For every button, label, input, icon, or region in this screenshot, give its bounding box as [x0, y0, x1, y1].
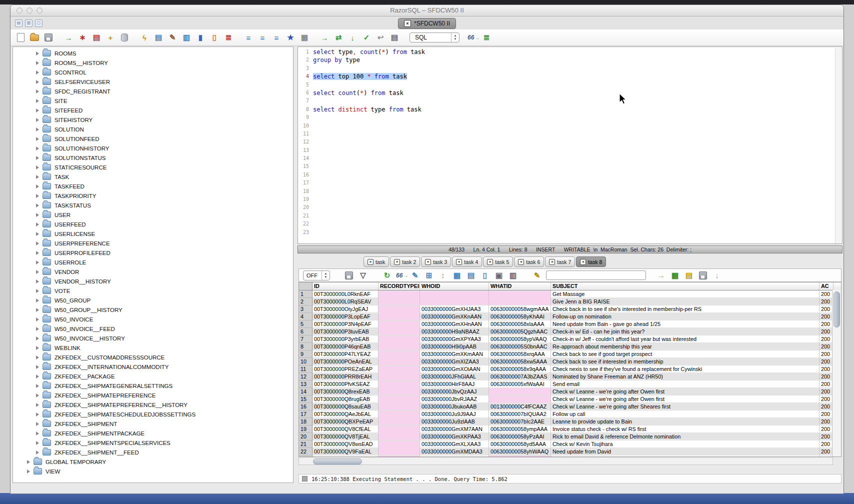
table-cell[interactable]: 00T3000000Q8rexEAB — [312, 388, 378, 396]
table-cell[interactable] — [378, 396, 420, 403]
table-cell[interactable]: 200 — [820, 410, 834, 418]
table-cell[interactable] — [489, 298, 551, 306]
tree-item-w50-invoice-history[interactable]: W50_INVOICE__HISTORY — [13, 334, 293, 343]
table-cell[interactable]: 00T3000000QV8TjEAL — [312, 433, 378, 440]
close-button[interactable] — [16, 8, 22, 14]
table-cell[interactable]: 006300000058xw5AAA — [489, 358, 551, 366]
table-horizontal-scrollbar[interactable] — [298, 457, 833, 465]
table-cell[interactable]: Check-in w/ Jeff - couldn't afford last … — [551, 336, 820, 343]
result-tab-task-3[interactable]: ×task 3 — [421, 256, 451, 267]
table-cell[interactable]: 200 — [820, 426, 834, 433]
table-cell[interactable]: 006300000058yd5AAA — [489, 440, 551, 448]
tree-item-vote[interactable]: VOTE — [13, 286, 293, 296]
table-cell[interactable] — [378, 328, 420, 336]
code-line[interactable]: select type, count(*) from task — [313, 48, 835, 56]
table-row[interactable]: 1500T3000000Q8rugEAB0033000000JbvRJAAZCh… — [299, 396, 841, 403]
code-line[interactable] — [313, 81, 835, 89]
disclosure-triangle-icon[interactable] — [36, 412, 39, 416]
tree-item-zkfedex-shipmentpackage[interactable]: ZKFEDEX__SHIPMENTPACKAGE — [13, 428, 293, 438]
tree-item-zkfedex-shipmatescheduledjobssettings[interactable]: ZKFEDEX__SHIPMATESCHEDULEDJOBSSETTINGS — [13, 410, 293, 419]
paste-cell-icon[interactable]: ▥ — [508, 270, 518, 280]
code-line[interactable] — [313, 154, 835, 162]
tree-item-userfeed[interactable]: USERFEED — [13, 220, 293, 229]
code-line[interactable] — [313, 146, 835, 154]
scrollbar-thumb[interactable] — [313, 458, 362, 464]
result-tab-task[interactable]: ×task — [364, 256, 389, 267]
frame-cascade-icon[interactable]: ▤ — [15, 20, 22, 27]
disclosure-triangle-icon[interactable] — [36, 194, 39, 198]
clipboard-icon[interactable]: ▤ — [390, 32, 400, 42]
row-number-cell[interactable]: 11 — [299, 366, 312, 373]
table-cell[interactable]: 200 — [820, 313, 834, 320]
disclosure-triangle-icon[interactable] — [36, 213, 39, 217]
copy-table-icon[interactable]: ▤ — [92, 32, 102, 42]
row-number-cell[interactable]: 4 — [299, 313, 312, 320]
tree-item-global-temporary[interactable]: GLOBAL TEMPORARY — [13, 457, 293, 466]
form-view-icon[interactable]: ▤ — [466, 270, 476, 280]
disclosure-triangle-icon[interactable] — [36, 90, 39, 94]
tree-item-weblink[interactable]: WEBLINK — [13, 343, 293, 352]
code-line[interactable]: select distinct type from task — [313, 106, 835, 114]
disclosure-triangle-icon[interactable] — [36, 308, 39, 312]
table-cell[interactable] — [378, 380, 420, 388]
disclosure-triangle-icon[interactable] — [36, 403, 39, 407]
table-header-row[interactable]: IDRECORDTYPEIDWHOIDWHATIDSUBJECTAC — [299, 282, 841, 290]
tree-item-site[interactable]: SITE — [13, 96, 293, 106]
table-cell[interactable]: Check back to see if good target prospec… — [551, 350, 820, 358]
disclosure-triangle-icon[interactable] — [36, 384, 39, 388]
table-cell[interactable]: 0033000000GmXHJAA3 — [420, 306, 489, 313]
forward-icon[interactable]: → — [320, 32, 330, 42]
table-cell[interactable]: 0033000000JbvRJAAZ — [420, 396, 489, 403]
close-tab-icon[interactable]: × — [487, 259, 493, 265]
disclosure-triangle-icon[interactable] — [36, 450, 39, 454]
tree-item-w50-invoice[interactable]: W50_INVOICE — [13, 314, 293, 324]
table-cell[interactable]: 0013000000C4fFCAAZ — [489, 403, 551, 410]
tree-item-userlicense[interactable]: USERLICENSE — [13, 229, 293, 238]
disclosure-triangle-icon[interactable] — [36, 146, 39, 150]
save-file-icon[interactable] — [44, 32, 54, 42]
table-cell[interactable] — [378, 448, 420, 456]
table-row[interactable]: 1900T3000000QV8CfEAL0033000000GmXM7AAN00… — [299, 426, 841, 433]
disclosure-triangle-icon[interactable] — [36, 318, 39, 322]
scrollbar-thumb[interactable] — [834, 292, 840, 328]
disclosure-triangle-icon[interactable] — [36, 260, 39, 264]
disclosure-triangle-icon[interactable] — [36, 166, 39, 170]
table-cell[interactable] — [378, 336, 420, 343]
table-cell[interactable]: 0033000000GmXKmAAN — [420, 350, 489, 358]
disclosure-triangle-icon[interactable] — [27, 460, 30, 464]
disclosure-triangle-icon[interactable] — [36, 336, 39, 340]
table-cell[interactable]: 00T3000000QV8wsEAD — [312, 440, 378, 448]
table-cell[interactable]: Get Massage — [551, 290, 820, 298]
table-row[interactable]: 400T3000000P3LopEAF0033000000GmXKnAAN006… — [299, 313, 841, 320]
tree-item-solution[interactable]: SOLUTION — [13, 124, 293, 134]
row-number-cell[interactable]: 1 — [299, 290, 312, 298]
table-cell[interactable]: 200 — [820, 358, 834, 366]
table-cell[interactable] — [378, 350, 420, 358]
table-cell[interactable]: 00T3000000QAeJbEAL — [312, 410, 378, 418]
tree-item-scontrol[interactable]: SCONTROL — [13, 68, 293, 77]
table-cell[interactable]: 200 — [820, 440, 834, 448]
table-cell[interactable]: Send email — [551, 380, 820, 388]
close-tab-icon[interactable]: × — [425, 259, 431, 265]
editor-scrollbar[interactable] — [835, 48, 842, 244]
disclosure-triangle-icon[interactable] — [36, 432, 39, 436]
add-row-icon[interactable]: ⊞ — [424, 270, 434, 280]
download-rows-icon[interactable]: ↓ — [712, 270, 722, 280]
column-header-whatid[interactable]: WHATID — [489, 282, 551, 290]
row-number-cell[interactable]: 6 — [299, 328, 312, 336]
table-body[interactable]: 100T3000000L0RknEAFGet Massage200200T300… — [299, 290, 841, 457]
tree-item-user[interactable]: USER — [13, 210, 293, 220]
tree-item-w50-invoice-feed[interactable]: W50_INVOICE__FEED — [13, 324, 293, 334]
table-cell[interactable]: 00630000005QgzhAAC — [489, 328, 551, 336]
table-cell[interactable]: 006300000058wgmAAA — [489, 306, 551, 313]
highlighter-icon[interactable]: ✎ — [532, 270, 542, 280]
code-line[interactable] — [313, 212, 835, 220]
column-header-ac[interactable]: AC — [820, 282, 834, 290]
code-line[interactable] — [313, 171, 835, 179]
table-cell[interactable] — [489, 396, 551, 403]
result-tab-task-2[interactable]: ×task 2 — [390, 256, 420, 267]
disclosure-triangle-icon[interactable] — [36, 99, 39, 103]
table-cell[interactable]: 200 — [820, 418, 834, 426]
row-number-cell[interactable]: 18 — [299, 418, 312, 426]
code-line[interactable] — [313, 162, 835, 170]
